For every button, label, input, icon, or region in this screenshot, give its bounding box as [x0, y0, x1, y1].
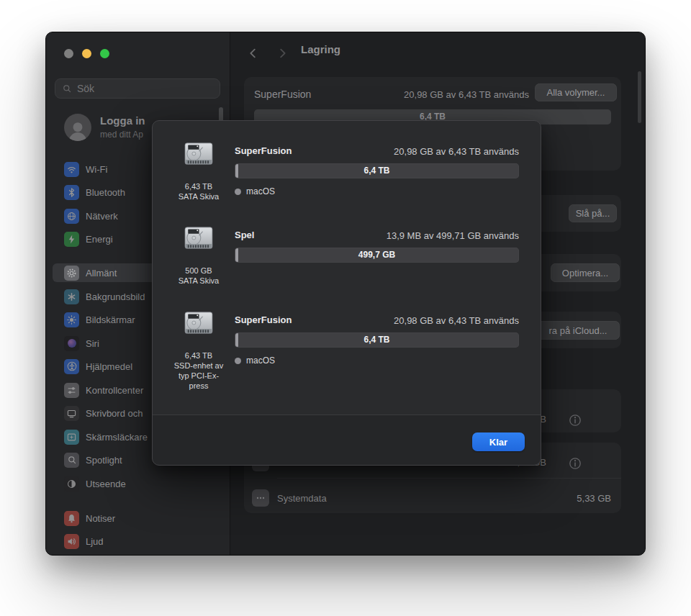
legend-label: macOS — [246, 186, 275, 196]
legend-dot — [235, 358, 241, 364]
disk-details: SuperFusion 20,98 GB av 6,43 TB används … — [235, 141, 519, 196]
info-icon[interactable] — [568, 456, 582, 471]
avatar — [64, 114, 91, 141]
bolt-icon — [64, 232, 79, 247]
content-scrollbar[interactable] — [638, 71, 641, 123]
system-data-label: Systemdata — [277, 493, 327, 504]
bar-label: 6,4 TB — [235, 332, 519, 348]
disk-name: SuperFusion — [235, 145, 292, 156]
screensaver-icon — [64, 430, 79, 445]
info-icon[interactable] — [568, 413, 582, 427]
appearance-icon — [64, 476, 79, 492]
disk-usage: 13,9 MB av 499,71 GB används — [387, 230, 519, 241]
sidebar-item-sound[interactable]: Ljud — [53, 532, 223, 551]
all-volumes-dialog: 6,43 TB SATA Skiva SuperFusion 20,98 GB … — [152, 120, 541, 466]
store-in-icloud-button[interactable]: ra på iCloud... — [536, 321, 620, 340]
disk-name: Spel — [235, 230, 254, 240]
disk-caption: 500 GB SATA Skiva — [168, 266, 230, 286]
gear-icon — [64, 266, 79, 281]
disk-usage: 20,98 GB av 6,43 TB används — [394, 146, 519, 157]
wifi-icon — [64, 162, 79, 177]
all-volumes-button[interactable]: Alla volymer... — [535, 83, 617, 101]
hard-drive-icon — [183, 225, 214, 253]
disk-capacity-bar: 499,7 GB — [235, 248, 519, 263]
turn-on-button[interactable]: Slå på... — [569, 204, 617, 222]
search-icon — [62, 83, 72, 94]
disk-caption: 6,43 TB SATA Skiva — [168, 181, 230, 201]
close-window-button[interactable] — [64, 49, 73, 58]
bar-legend: macOS — [235, 186, 519, 196]
forward-button[interactable] — [276, 47, 289, 60]
person-icon — [64, 117, 91, 141]
display-brightness-icon — [64, 312, 79, 327]
disk-icon-column: 6,43 TB SSD-enhet av typ PCI-Ex- press — [168, 310, 230, 391]
bluetooth-icon — [64, 185, 79, 200]
system-data-value: 5,33 GB — [577, 493, 611, 504]
bell-icon — [64, 511, 79, 526]
disk-details: Spel 13,9 MB av 499,71 GB används 499,7 … — [235, 225, 519, 263]
disk-name: SuperFusion — [235, 314, 292, 325]
disk-capacity-bar: 6,4 TB — [235, 163, 519, 178]
sidebar-item-notifications[interactable]: Notiser — [53, 509, 223, 527]
minimize-window-button[interactable] — [82, 49, 91, 58]
volume-usage: 20,98 GB av 6,43 TB används — [404, 89, 529, 100]
search-input[interactable]: Sök — [55, 78, 220, 99]
wallpaper-icon — [64, 289, 79, 304]
disk-capacity-bar: 6,4 TB — [235, 332, 519, 348]
control-center-icon — [64, 383, 79, 398]
hard-drive-icon — [183, 141, 214, 168]
desktop-icon — [64, 406, 79, 421]
done-button[interactable]: Klar — [472, 432, 525, 451]
disk-details: SuperFusion 20,98 GB av 6,43 TB används … — [235, 310, 519, 366]
volume-name: SuperFusion — [254, 89, 311, 100]
bar-legend: macOS — [235, 355, 519, 366]
row-divider — [277, 478, 621, 479]
account-title: Logga in — [100, 114, 145, 127]
bar-label: 499,7 GB — [235, 248, 519, 263]
dialog-footer: Klar — [153, 415, 541, 465]
hard-drive-icon — [183, 310, 214, 338]
legend-label: macOS — [246, 355, 275, 366]
search-placeholder: Sök — [77, 83, 94, 94]
accessibility-icon — [64, 359, 79, 374]
legend-dot — [235, 189, 241, 195]
disk-usage: 20,98 GB av 6,43 TB används — [394, 315, 519, 326]
system-data-icon — [252, 489, 269, 507]
sidebar-item-appearance[interactable]: Utseende — [53, 474, 223, 493]
disk-icon-column: 500 GB SATA Skiva — [168, 225, 230, 286]
globe-icon — [64, 209, 79, 224]
optimize-button[interactable]: Optimera... — [551, 263, 620, 282]
magnifier-icon — [64, 453, 79, 468]
disk-icon-column: 6,43 TB SATA Skiva — [168, 141, 230, 201]
page-title: Lagring — [301, 43, 340, 55]
zoom-window-button[interactable] — [100, 49, 109, 58]
account-subtitle: med ditt Ap — [100, 130, 143, 140]
siri-icon — [64, 336, 79, 351]
back-button[interactable] — [247, 47, 260, 60]
disk-caption: 6,43 TB SSD-enhet av typ PCI-Ex- press — [168, 350, 230, 391]
bar-label: 6,4 TB — [235, 163, 519, 178]
speaker-icon — [64, 534, 79, 549]
